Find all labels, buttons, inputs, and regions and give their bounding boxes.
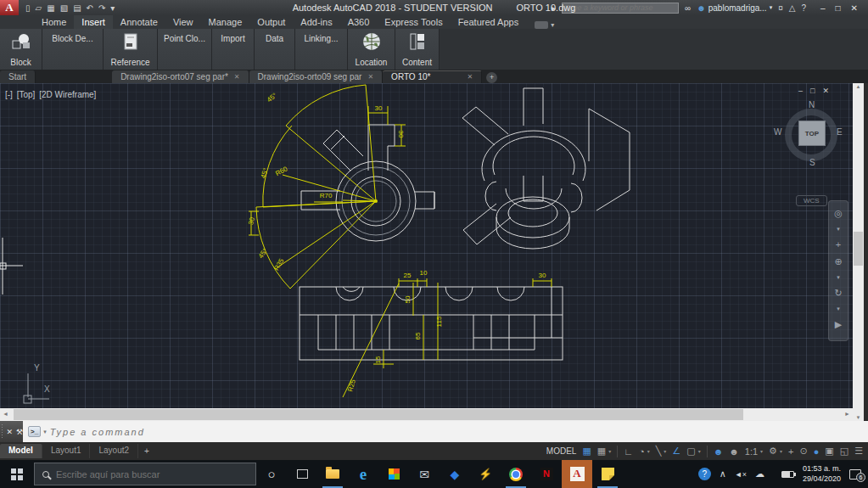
polar-tracking-icon[interactable]: ◔: [639, 446, 645, 457]
scroll-up-icon[interactable]: ▲: [853, 84, 864, 89]
microsoft-store-icon[interactable]: [378, 460, 409, 488]
binoculars-icon[interactable]: ∞: [685, 3, 691, 13]
start-button[interactable]: [0, 460, 34, 488]
lightning-app-icon[interactable]: ⚡: [470, 460, 501, 488]
panel-block-definition[interactable]: Block De...: [42, 29, 104, 70]
scroll-down-icon[interactable]: ▼: [853, 415, 864, 420]
save-icon[interactable]: ▦: [47, 3, 54, 13]
showmotion-icon[interactable]: ▶: [835, 319, 842, 330]
ribbon-display-toggle[interactable]: ▾: [535, 21, 554, 29]
nav-caret-icon[interactable]: ▾: [837, 274, 840, 281]
file-tab-drawing09[interactable]: Drawing2iso-orto09 seg par✕: [249, 70, 384, 83]
app-store-cart-icon[interactable]: ¤: [778, 3, 783, 13]
panel-content[interactable]: Content: [395, 29, 440, 70]
panel-location[interactable]: Location: [348, 29, 395, 70]
minimize-button[interactable]: –: [820, 3, 826, 13]
nav-caret-icon[interactable]: ▾: [837, 306, 840, 312]
volume-muted-icon[interactable]: ◄×: [735, 470, 747, 479]
onedrive-cloud-icon[interactable]: ☁: [755, 468, 764, 480]
panel-import[interactable]: Import: [212, 29, 255, 70]
panel-linking[interactable]: Linking...: [295, 29, 348, 70]
tab-addins[interactable]: Add-ins: [293, 15, 339, 29]
cortana-icon[interactable]: ○: [256, 460, 287, 488]
panel-reference[interactable]: Reference: [104, 29, 158, 70]
dock-grip[interactable]: [2, 424, 3, 440]
panel-data[interactable]: Data: [255, 29, 295, 70]
tab-express-tools[interactable]: Express Tools: [377, 15, 450, 29]
viewcube[interactable]: N S W E TOP WCS: [781, 102, 843, 180]
close-tab-icon[interactable]: ✕: [467, 71, 473, 83]
tab-output[interactable]: Output: [249, 15, 293, 29]
edge-icon[interactable]: e: [348, 460, 378, 488]
object-snap-icon[interactable]: ▢: [686, 446, 695, 457]
redo-icon[interactable]: ↷: [98, 3, 105, 13]
autocad-logo-icon[interactable]: A: [0, 0, 19, 15]
tab-manage[interactable]: Manage: [201, 15, 250, 29]
navigation-wheel-icon[interactable]: ◎: [834, 208, 843, 219]
close-button[interactable]: ✕: [851, 3, 858, 13]
vertical-scroll-thumb[interactable]: [854, 232, 863, 266]
recent-commands-icon[interactable]: ▾: [43, 429, 47, 435]
vertical-scrollbar[interactable]: ▲ ▼: [853, 83, 864, 421]
taskbar-search-input[interactable]: [56, 469, 234, 480]
zoom-icon[interactable]: ⊕: [834, 256, 842, 267]
restore-button[interactable]: □: [836, 3, 841, 13]
annotation-scale-value[interactable]: 1:1: [745, 446, 758, 457]
new-file-icon[interactable]: ▯: [25, 3, 31, 13]
orbit-icon[interactable]: ↻: [834, 288, 842, 299]
scroll-right-icon[interactable]: ►: [844, 411, 850, 417]
compass-south[interactable]: S: [809, 158, 815, 167]
model-space-viewport[interactable]: [-] [Top] [2D Wireframe] – □ ✕: [0, 83, 853, 408]
open-file-icon[interactable]: ▱: [36, 3, 42, 13]
tab-view[interactable]: View: [165, 15, 201, 29]
help-icon[interactable]: ?: [801, 3, 806, 13]
panel-block[interactable]: Block: [0, 29, 42, 70]
new-tab-button[interactable]: +: [486, 72, 497, 83]
new-layout-button[interactable]: +: [138, 446, 155, 456]
search-arrow-icon[interactable]: ▸: [552, 3, 556, 13]
close-tab-icon[interactable]: ✕: [234, 71, 240, 83]
tab-annotate[interactable]: Annotate: [113, 15, 165, 29]
annotation-visibility-icon[interactable]: ☻: [714, 446, 724, 457]
panel-point-cloud[interactable]: Point Clo...: [158, 29, 212, 70]
graphics-performance-icon[interactable]: ●: [814, 446, 820, 457]
isolate-objects-icon[interactable]: ⊙: [799, 446, 807, 457]
nav-caret-icon[interactable]: ▾: [837, 226, 840, 233]
fullscreen-icon[interactable]: ◱: [840, 446, 848, 457]
taskbar-search[interactable]: [34, 463, 256, 485]
show-hidden-icons-chevron[interactable]: ∧: [720, 468, 726, 480]
task-view-icon[interactable]: [287, 460, 317, 488]
undo-icon[interactable]: ↶: [87, 3, 93, 13]
isometric-drafting-icon[interactable]: ╲: [656, 446, 662, 457]
tab-layout2[interactable]: Layout2: [90, 444, 138, 458]
scroll-left-icon[interactable]: ◄: [3, 411, 8, 417]
sticky-notes-icon[interactable]: [592, 460, 623, 488]
keyword-search-input[interactable]: [562, 3, 679, 14]
tab-model[interactable]: Model: [0, 444, 42, 458]
chrome-icon[interactable]: [501, 460, 531, 488]
file-tab-start[interactable]: Start: [0, 70, 36, 83]
clean-screen-icon[interactable]: ▣: [825, 446, 833, 457]
workspace-gear-icon[interactable]: ⚙: [769, 446, 777, 457]
dropbox-icon[interactable]: ◆: [440, 460, 470, 488]
tab-insert[interactable]: Insert: [74, 15, 113, 29]
command-close-icon[interactable]: ✕: [6, 428, 13, 436]
ortho-mode-icon[interactable]: ∟: [624, 446, 633, 457]
netflix-icon[interactable]: N: [531, 460, 562, 488]
qat-menu-icon[interactable]: ▾: [110, 3, 115, 13]
save-as-icon[interactable]: ▧: [60, 3, 68, 13]
horizontal-scrollbar[interactable]: ◄ ►: [0, 408, 853, 421]
print-icon[interactable]: ▤: [73, 3, 81, 13]
viewcube-top-face[interactable]: TOP: [798, 121, 826, 146]
account-menu[interactable]: ☻pablomadriga...▾: [697, 3, 772, 13]
object-snap-tracking-icon[interactable]: ∠: [672, 446, 680, 457]
taskbar-clock[interactable]: 01:53 a. m. 29/04/2020: [803, 464, 841, 484]
tab-layout1[interactable]: Layout1: [42, 444, 91, 458]
battery-icon[interactable]: [781, 471, 794, 478]
annotation-monitor-icon[interactable]: +: [788, 446, 793, 457]
annotation-autoscale-icon[interactable]: ☻: [729, 446, 739, 457]
tab-home[interactable]: Home: [34, 15, 74, 29]
compass-east[interactable]: E: [837, 127, 843, 137]
a360-icon[interactable]: △: [789, 3, 796, 13]
file-explorer-icon[interactable]: [317, 460, 348, 488]
